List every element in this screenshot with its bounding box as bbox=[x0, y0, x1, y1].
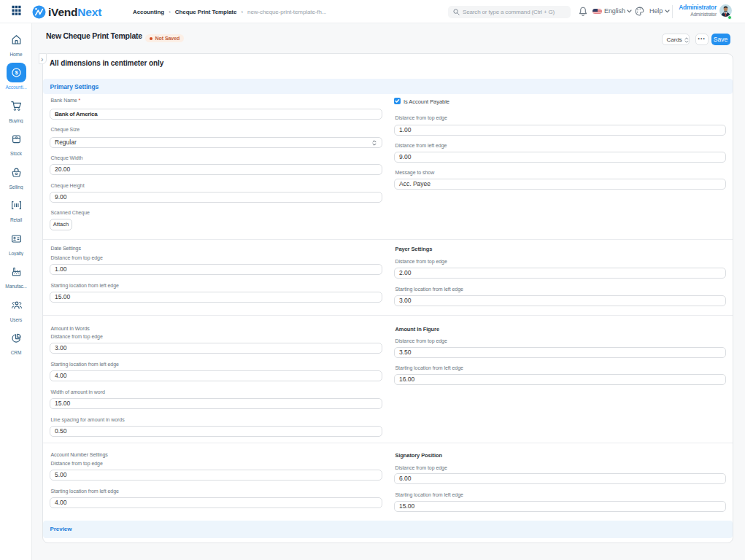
svg-text:$: $ bbox=[15, 69, 18, 76]
